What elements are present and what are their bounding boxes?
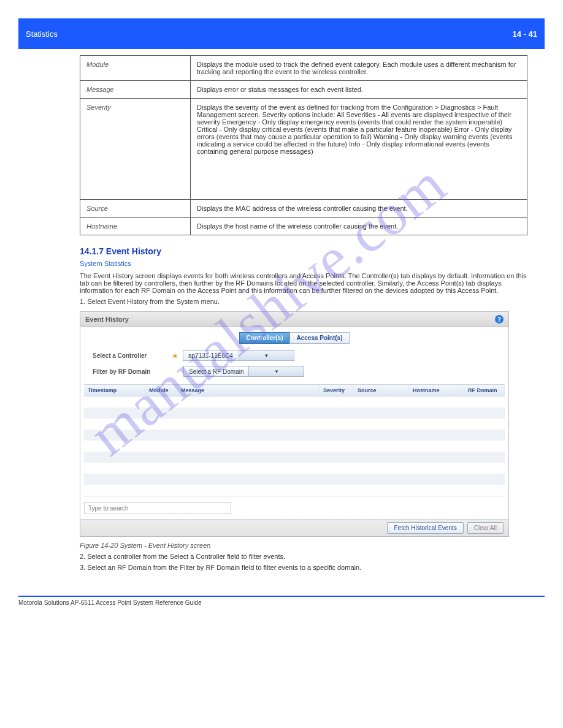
section-heading: 14.1.7 Event History — [80, 246, 545, 256]
tab-controllers[interactable]: Controller(s) — [239, 332, 289, 344]
rf-value: Select a RF Domain — [184, 368, 248, 375]
table-row — [84, 485, 505, 496]
tab-access-points[interactable]: Access Point(s) — [289, 332, 349, 344]
help-icon[interactable]: ? — [495, 315, 504, 324]
def-key: Severity — [80, 99, 191, 200]
def-val: Displays the module used to track the de… — [191, 56, 527, 81]
def-key: Hostname — [80, 218, 191, 235]
event-grid: Timestamp Module Message Severity Source… — [84, 384, 505, 496]
page-footer: Motorola Solutions AP-6511 Access Point … — [18, 596, 545, 606]
select-controller-label: Select a Controller — [93, 352, 172, 359]
table-row — [84, 474, 505, 485]
section-crumb: System Statistics — [80, 260, 545, 267]
rf-domain-dropdown[interactable]: Select a RF Domain ▼ — [183, 366, 304, 377]
chevron-down-icon: ▼ — [239, 351, 294, 360]
grid-body — [84, 396, 505, 496]
search-input[interactable] — [84, 502, 231, 514]
table-row — [84, 463, 505, 474]
filter-rf-row: Filter by RF Domain Select a RF Domain ▼ — [80, 363, 508, 379]
table-row — [84, 452, 505, 463]
step-text: 1. Select Event History from the System … — [80, 298, 527, 305]
table-row — [84, 408, 505, 419]
filter-rf-label: Filter by RF Domain — [93, 368, 172, 375]
header-right: 14 - 41 — [513, 29, 537, 39]
col-severity[interactable]: Severity — [320, 385, 354, 396]
col-rfdomain[interactable]: RF Domain — [464, 385, 505, 396]
def-key: Module — [80, 56, 191, 81]
table-row: Module Displays the module used to track… — [80, 56, 527, 81]
post-fig-p2: 3. Select an RF Domain from the Filter b… — [80, 564, 527, 571]
col-timestamp[interactable]: Timestamp — [84, 385, 145, 396]
table-row: Message Displays error or status message… — [80, 81, 527, 99]
search-row — [80, 500, 508, 517]
fetch-button[interactable]: Fetch Historical Events — [387, 522, 463, 534]
col-module[interactable]: Module — [145, 385, 177, 396]
clear-button[interactable]: Clear All — [467, 522, 504, 534]
table-row — [84, 396, 505, 408]
footer-left: Motorola Solutions AP-6511 Access Point … — [18, 599, 202, 606]
event-history-panel: Event History ? Controller(s) Access Poi… — [80, 311, 509, 537]
chevron-down-icon: ▼ — [248, 366, 304, 376]
col-message[interactable]: Message — [177, 385, 320, 396]
definition-table: Module Displays the module used to track… — [80, 55, 527, 235]
figure-caption: Figure 14-20 System - Event History scre… — [80, 542, 545, 549]
def-key: Source — [80, 200, 191, 218]
table-row: Source Displays the MAC address of the w… — [80, 200, 527, 218]
panel-body: Controller(s) Access Point(s) Select a C… — [80, 327, 508, 519]
def-val: Displays the MAC address of the wireless… — [191, 200, 527, 218]
page-header: Statistics 14 - 41 — [18, 18, 545, 49]
table-row: Hostname Displays the host name of the w… — [80, 218, 527, 235]
controller-dropdown[interactable]: ap7131-11E6C4 ▼ — [183, 350, 294, 361]
panel-titlebar: Event History ? — [80, 312, 508, 327]
table-row: Severity Displays the severity of the ev… — [80, 99, 527, 200]
body-paragraph: The Event History screen displays events… — [80, 272, 527, 294]
def-key: Message — [80, 81, 191, 99]
panel-title: Event History — [85, 316, 129, 323]
header-left: Statistics — [26, 29, 58, 39]
tab-row: Controller(s) Access Point(s) — [80, 327, 508, 347]
post-fig-p1: 2. Select a controller from the Select a… — [80, 553, 527, 560]
col-source[interactable]: Source — [354, 385, 409, 396]
table-row — [84, 430, 505, 441]
def-val: Displays error or status messages for ea… — [191, 81, 527, 99]
def-val: Displays the severity of the event as de… — [191, 99, 527, 200]
def-val: Displays the host name of the wireless c… — [191, 218, 527, 235]
table-row — [84, 419, 505, 430]
panel-footer: Fetch Historical Events Clear All — [80, 519, 508, 536]
select-controller-row: Select a Controller ★ ap7131-11E6C4 ▼ — [80, 347, 508, 363]
required-star: ★ — [172, 352, 178, 359]
controller-value: ap7131-11E6C4 — [183, 352, 239, 359]
col-hostname[interactable]: Hostname — [409, 385, 464, 396]
table-row — [84, 441, 505, 452]
grid-header: Timestamp Module Message Severity Source… — [84, 385, 505, 396]
